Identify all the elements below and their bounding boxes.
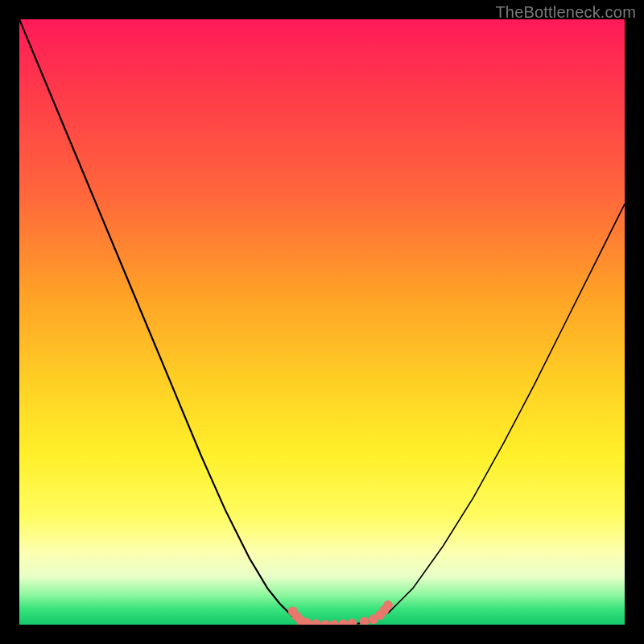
marker-dot <box>383 601 393 610</box>
marker-dot <box>338 619 348 625</box>
chart-svg <box>19 19 625 625</box>
curve-group <box>19 19 625 625</box>
marker-dot <box>360 617 369 625</box>
marker-group <box>288 601 393 625</box>
marker-dot <box>311 619 320 625</box>
outer-frame: TheBottleneck.com <box>0 0 644 644</box>
marker-dot <box>329 620 339 625</box>
plot-area <box>19 19 625 625</box>
watermark-text: TheBottleneck.com <box>495 3 636 22</box>
curve-right-ascent <box>370 204 625 621</box>
curve-left-descent <box>19 19 299 621</box>
marker-dot <box>320 620 330 625</box>
marker-dot <box>348 619 357 625</box>
